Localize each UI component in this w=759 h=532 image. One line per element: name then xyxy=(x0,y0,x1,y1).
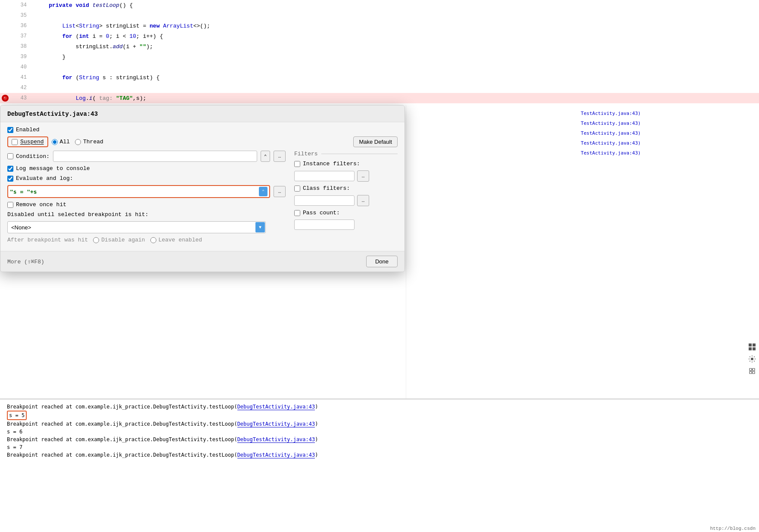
sidebar-icon-grid[interactable] xyxy=(747,342,757,352)
svg-rect-4 xyxy=(749,347,752,350)
class-filters-checkbox[interactable] xyxy=(294,186,300,192)
right-link-5[interactable]: TestActivity.java:43) xyxy=(581,150,641,156)
evaluate-checkbox[interactable] xyxy=(7,176,13,182)
code-line-34: 34 private void testLoop() { xyxy=(0,0,759,10)
right-panel-line-4: TestActivity.java:43) xyxy=(410,138,756,148)
breakpoint-marker-39 xyxy=(0,52,10,62)
pass-count-input-row xyxy=(294,220,398,230)
done-button[interactable]: Done xyxy=(366,256,398,267)
line-content-43: Log.i( tag: "TAG",s); xyxy=(32,95,759,102)
disabled-until-select-wrapper: <None> ▼ xyxy=(7,221,266,233)
condition-spin-button[interactable]: ⌃ xyxy=(261,151,270,162)
code-line-36: 36 List<String> stringList = new ArrayLi… xyxy=(0,21,759,31)
right-link-1[interactable]: TestActivity.java:43) xyxy=(581,111,641,116)
enabled-checkbox-label[interactable]: Enabled xyxy=(7,127,40,133)
evaluate-spin-button[interactable]: ⌃ xyxy=(259,187,268,196)
instance-filters-checkbox[interactable] xyxy=(294,161,300,167)
leave-enabled-radio[interactable] xyxy=(150,237,156,243)
breakpoint-marker-36 xyxy=(0,21,10,31)
disabled-until-select-row: <None> ▼ xyxy=(7,221,286,233)
right-panel-line-1: TestActivity.java:43) xyxy=(410,108,756,118)
disable-again-radio[interactable] xyxy=(93,237,99,243)
leave-enabled-radio-label[interactable]: Leave enabled xyxy=(150,237,202,243)
disabled-until-label: Disabled until selected breakpoint is hi… xyxy=(7,211,149,218)
pass-count-input[interactable] xyxy=(294,220,355,230)
line-number-39: 39 xyxy=(10,54,32,60)
breakpoint-icon-43 xyxy=(0,93,10,103)
breakpoint-marker-42 xyxy=(0,83,10,93)
disabled-until-label-row: Disabled until selected breakpoint is hi… xyxy=(7,211,286,218)
evaluate-more-button[interactable]: … xyxy=(274,186,286,197)
line-content-36: List<String> stringList = new ArrayList<… xyxy=(32,23,759,29)
dialog-title: DebugTestActivity.java:43 xyxy=(0,105,404,122)
disable-again-radio-label[interactable]: Disable again xyxy=(93,237,145,243)
after-hit-label: After breakpoint was hit xyxy=(7,237,88,243)
condition-input[interactable] xyxy=(53,151,257,162)
dialog-right: Filters Instance filters: … xyxy=(294,151,398,247)
right-link-2[interactable]: TestActivity.java:43) xyxy=(581,121,641,126)
dialog-main: Condition: ⌃ … Log message to console xyxy=(7,151,398,247)
pass-count-checkbox-label[interactable]: Pass count: xyxy=(294,210,340,216)
condition-more-button[interactable]: … xyxy=(274,151,286,162)
pass-count-row: Pass count: xyxy=(294,210,398,216)
radio-group: All Thread xyxy=(52,139,103,145)
status-bar: http://blog.csdn xyxy=(706,525,759,532)
evaluate-input[interactable] xyxy=(10,189,259,195)
right-panel-line-5: TestActivity.java:43) xyxy=(410,148,756,158)
right-link-3[interactable]: TestActivity.java:43) xyxy=(581,130,641,136)
evaluate-label-row: Evaluate and log: xyxy=(7,175,286,182)
console-link-1[interactable]: DebugTestActivity.java:43 xyxy=(237,404,315,410)
console-area: Breakpoint reached at com.example.ijk_pr… xyxy=(0,399,759,532)
make-default-button[interactable]: Make Default xyxy=(353,136,398,147)
suspend-label: Suspend xyxy=(20,139,44,145)
all-label: All xyxy=(60,139,70,145)
condition-row: Condition: ⌃ … xyxy=(7,151,286,162)
line-content-38: stringList.add(i + ""); xyxy=(32,43,759,50)
remove-once-checkbox[interactable] xyxy=(7,202,13,208)
sidebar-icon-plugin[interactable] xyxy=(747,366,757,376)
remove-once-label[interactable]: Remove once hit xyxy=(7,201,66,208)
right-link-4[interactable]: TestActivity.java:43) xyxy=(581,140,641,146)
after-hit-row: After breakpoint was hit Disable again L… xyxy=(7,237,286,243)
code-area: 34 private void testLoop() { 35 36 List<… xyxy=(0,0,759,114)
line-number-40: 40 xyxy=(10,64,32,70)
instance-filters-label: Instance filters: xyxy=(303,161,360,167)
evaluate-checkbox-label[interactable]: Evaluate and log: xyxy=(7,175,73,182)
remove-once-row: Remove once hit xyxy=(7,201,286,208)
suspend-checkbox[interactable] xyxy=(12,139,18,145)
svg-point-6 xyxy=(751,358,753,360)
pass-count-checkbox[interactable] xyxy=(294,210,300,216)
more-link[interactable]: More (⇧⌘F8) xyxy=(7,258,44,265)
log-message-checkbox[interactable] xyxy=(7,166,13,172)
thread-radio[interactable] xyxy=(75,139,81,145)
instance-filters-input[interactable] xyxy=(294,171,355,181)
code-line-43: 43 Log.i( tag: "TAG",s); xyxy=(0,93,759,103)
condition-checkbox[interactable] xyxy=(7,153,13,159)
class-more-button[interactable]: … xyxy=(357,195,369,206)
enabled-checkbox[interactable] xyxy=(7,127,13,133)
sidebar-icon-gear[interactable] xyxy=(747,354,757,364)
console-line-1: Breakpoint reached at com.example.ijk_pr… xyxy=(7,403,752,411)
line-content-37: for (int i = 0; i < 10; i++) { xyxy=(32,33,759,40)
all-radio-label[interactable]: All xyxy=(52,139,70,145)
thread-radio-label[interactable]: Thread xyxy=(75,139,103,145)
code-line-37: 37 for (int i = 0; i < 10; i++) { xyxy=(0,31,759,41)
suspend-row: Suspend All Thread Make Default xyxy=(7,136,398,147)
all-radio[interactable] xyxy=(52,139,58,145)
console-link-2[interactable]: DebugTestActivity.java:43 xyxy=(237,421,315,427)
instance-checkbox-label[interactable]: Instance filters: xyxy=(294,161,360,167)
instance-filter-row: Instance filters: xyxy=(294,161,398,167)
class-filters-input[interactable] xyxy=(294,195,355,206)
line-number-37: 37 xyxy=(10,33,32,39)
class-checkbox-label[interactable]: Class filters: xyxy=(294,185,350,192)
line-content-41: for (String s : stringList) { xyxy=(32,74,759,81)
line-number-41: 41 xyxy=(10,74,32,80)
disabled-until-select[interactable]: <None> xyxy=(7,221,266,233)
console-link-4[interactable]: DebugTestActivity.java:43 xyxy=(237,452,315,458)
condition-checkbox-label[interactable]: Condition: xyxy=(7,153,50,160)
console-line-5: Breakpoint reached at com.example.ijk_pr… xyxy=(7,436,752,443)
log-message-label[interactable]: Log message to console xyxy=(7,165,90,172)
instance-more-button[interactable]: … xyxy=(357,170,369,182)
line-number-34: 34 xyxy=(10,2,32,8)
console-link-3[interactable]: DebugTestActivity.java:43 xyxy=(237,436,315,443)
